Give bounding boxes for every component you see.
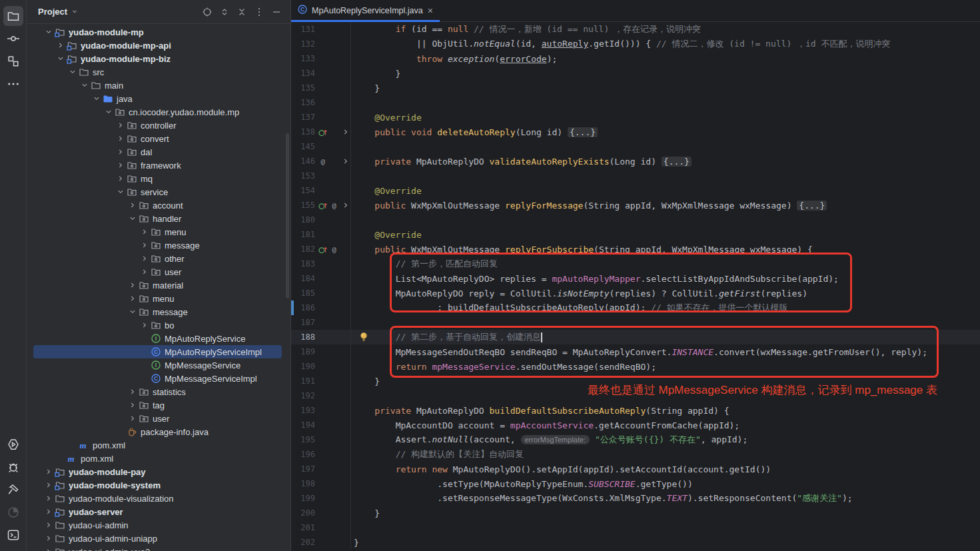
chevron-down-icon[interactable] — [79, 80, 90, 91]
terminal-icon[interactable] — [3, 525, 23, 545]
chevron-down-icon[interactable] — [91, 93, 102, 104]
locate-icon[interactable] — [199, 3, 216, 21]
tree-item-controller[interactable]: controller — [33, 119, 282, 132]
code-line-195[interactable]: 195 Assert.notNull(account, errorMsgTemp… — [291, 432, 980, 447]
chevron-down-icon[interactable] — [43, 27, 54, 37]
overrides-method-icon[interactable] — [317, 244, 328, 255]
chevron-right-icon[interactable] — [43, 546, 54, 551]
tree-item-yudao-module-system[interactable]: yudao-module-system — [33, 478, 282, 492]
code-line-145[interactable]: 145 — [291, 139, 980, 154]
tree-item-main[interactable]: main — [33, 79, 282, 92]
tree-item-yudao-module-mp-api[interactable]: yudao-module-mp-api — [33, 39, 282, 52]
tree-item-yudao-server[interactable]: yudao-server — [33, 505, 282, 518]
chevron-down-icon[interactable] — [127, 306, 138, 317]
tree-item-src[interactable]: src — [33, 65, 282, 79]
chevron-right-icon[interactable] — [43, 466, 54, 477]
annotation-gutter-icon[interactable]: @ — [317, 156, 328, 167]
chevron-right-icon[interactable] — [55, 40, 66, 51]
chevron-down-icon[interactable] — [127, 213, 138, 224]
tree-item-message[interactable]: message — [33, 239, 282, 252]
chevron-right-icon[interactable] — [115, 147, 126, 157]
debug-icon[interactable] — [3, 457, 23, 477]
chevron-right-icon[interactable] — [127, 293, 138, 304]
code-line-155[interactable]: 155@ public WxMpXmlOutMessage replyForMe… — [291, 198, 980, 213]
collapse-all-icon[interactable] — [233, 3, 250, 21]
tree-item-menu[interactable]: menu — [33, 292, 282, 305]
more-tools-icon[interactable] — [3, 74, 23, 94]
code-line-180[interactable]: 180 — [291, 213, 980, 227]
chevron-down-icon[interactable] — [67, 67, 78, 77]
close-icon[interactable]: × — [428, 6, 433, 15]
intention-bulb-icon[interactable] — [358, 331, 369, 343]
hide-icon[interactable] — [268, 3, 285, 21]
annotation-gutter-icon[interactable]: @ — [328, 200, 340, 211]
code-line-189[interactable]: 189 MpMessageSendOutReqBO sendReqBO = Mp… — [291, 344, 980, 359]
tree-item-pom-xml[interactable]: mpom.xml — [33, 452, 282, 465]
chevron-right-icon[interactable] — [127, 400, 138, 410]
chevron-right-icon[interactable] — [139, 267, 150, 277]
tree-item-tag[interactable]: tag — [33, 398, 282, 412]
tree-item-yudao-module-visualization[interactable]: yudao-module-visualization — [33, 492, 282, 505]
code-line-184[interactable]: 184 List<MpAutoReplyDO> replies = mpAuto… — [291, 271, 980, 286]
code-line-193[interactable]: 193 private MpAutoReplyDO buildDefaultSu… — [291, 403, 980, 418]
tree-item-user[interactable]: user — [33, 412, 282, 425]
tree-item-mpautoreplyserviceimpl[interactable]: CMpAutoReplyServiceImpl — [33, 345, 282, 358]
chevron-right-icon[interactable] — [115, 173, 126, 184]
tree-item-mpmessageservice[interactable]: IMpMessageService — [33, 358, 282, 372]
tree-item-mpmessageserviceimpl[interactable]: CMpMessageServiceImpl — [33, 372, 282, 385]
code-line-190[interactable]: 190 return mpMessageService.sendOutMessa… — [291, 359, 980, 374]
code-line-187[interactable]: 187 — [291, 315, 980, 330]
tree-item-other[interactable]: other — [33, 252, 282, 265]
code-line-202[interactable]: 202} — [291, 535, 980, 550]
chevron-right-icon[interactable] — [115, 133, 126, 144]
code-line-134[interactable]: 134 } — [291, 66, 980, 81]
build-icon[interactable] — [3, 480, 23, 500]
chevron-down-icon[interactable] — [115, 187, 126, 197]
tree-item-mpautoreplyservice[interactable]: IMpAutoReplyService — [33, 332, 282, 345]
code-line-201[interactable]: 201 — [291, 520, 980, 535]
chevron-right-icon[interactable] — [43, 533, 54, 544]
tree-item-framework[interactable]: framework — [33, 159, 282, 172]
chevron-down-icon[interactable] — [71, 6, 79, 18]
chevron-down-icon[interactable] — [103, 107, 114, 117]
code-line-136[interactable]: 136 — [291, 95, 980, 110]
tree-item-yudao-module-mp[interactable]: yudao-module-mp — [33, 25, 282, 39]
commit-icon[interactable] — [3, 29, 23, 49]
tree-item-material[interactable]: material — [33, 278, 282, 292]
code-line-188[interactable]: 188 // 第二步，基于自动回复，创建消息 — [291, 330, 980, 344]
chevron-right-icon[interactable] — [115, 160, 126, 171]
run-icon[interactable] — [3, 434, 23, 454]
tree-item-pom-xml[interactable]: mpom.xml — [33, 438, 282, 452]
code-line-132[interactable]: 132 || ObjUtil.notEqual(id, autoReply.ge… — [291, 37, 980, 51]
code-line-137[interactable]: 137 @Override — [291, 110, 980, 125]
options-icon[interactable] — [250, 3, 268, 21]
code-line-200[interactable]: 200 } — [291, 506, 980, 520]
tree-item-handler[interactable]: handler — [33, 212, 282, 225]
annotation-gutter-icon[interactable]: @ — [328, 244, 340, 255]
tree-item-account[interactable]: account — [33, 199, 282, 212]
chevron-right-icon[interactable] — [43, 520, 54, 530]
fold-arrow-icon[interactable] — [340, 154, 351, 169]
code-line-133[interactable]: 133 throw exception(errorCode); — [291, 51, 980, 66]
chevron-right-icon[interactable] — [139, 253, 150, 264]
fold-arrow-icon[interactable] — [340, 198, 351, 213]
profiler-icon[interactable] — [3, 502, 23, 522]
code-line-194[interactable]: 194 MpAccountDO account = mpAccountServi… — [291, 418, 980, 432]
tree-item-yudao-ui-admin-vue3[interactable]: yudao-ui-admin-vue3 — [33, 545, 282, 551]
tree-item-convert[interactable]: convert — [33, 132, 282, 145]
chevron-right-icon[interactable] — [127, 280, 138, 290]
code-line-146[interactable]: 146@ private MpAutoReplyDO validateAutoR… — [291, 154, 980, 169]
overrides-method-icon[interactable] — [317, 127, 328, 137]
chevron-right-icon[interactable] — [127, 413, 138, 424]
code-line-154[interactable]: 154 @Override — [291, 183, 980, 198]
expand-all-icon[interactable] — [216, 3, 233, 21]
chevron-right-icon[interactable] — [127, 386, 138, 397]
chevron-right-icon[interactable] — [43, 480, 54, 490]
chevron-right-icon[interactable] — [139, 240, 150, 251]
code-line-196[interactable]: 196 // 构建默认的【关注】自动回复 — [291, 447, 980, 462]
code-line-197[interactable]: 197 return new MpAutoReplyDO().setAppId(… — [291, 462, 980, 476]
tree-item-menu[interactable]: menu — [33, 225, 282, 239]
tree-item-java[interactable]: java — [33, 92, 282, 105]
code-editor[interactable]: 131 if (id == null // 情况一，新增 (id == null… — [291, 22, 980, 551]
project-tree-scrollbar[interactable] — [286, 133, 289, 298]
